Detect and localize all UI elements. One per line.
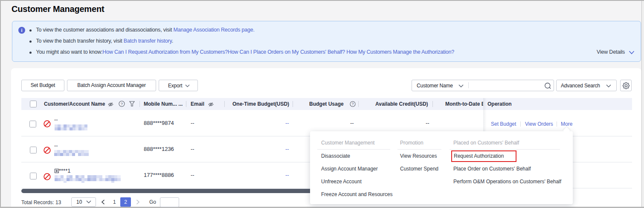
svg-text:?: ? xyxy=(121,101,123,106)
svg-text:?: ? xyxy=(352,102,354,106)
